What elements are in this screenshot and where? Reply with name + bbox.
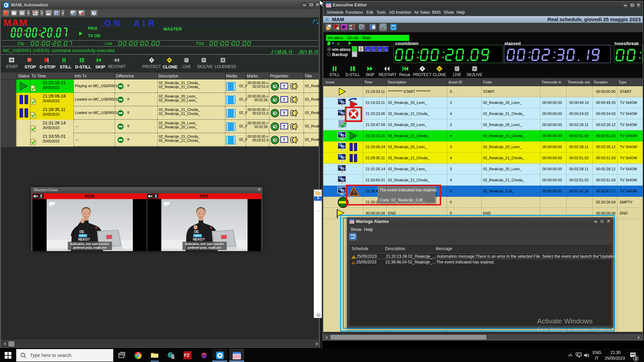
- svg-text:DE: DE: [194, 230, 199, 234]
- svg-text:NEKO?: NEKO?: [193, 238, 205, 241]
- svg-text:NEKO?: NEKO?: [78, 238, 90, 241]
- svg-text:VIRO: VIRO: [194, 234, 201, 237]
- svg-text:DE: DE: [79, 230, 84, 234]
- svg-text:VIRO: VIRO: [79, 234, 87, 237]
